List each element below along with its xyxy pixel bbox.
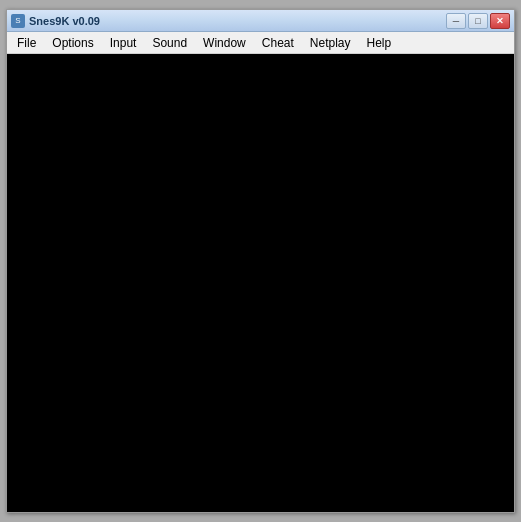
window-icon-label: S (15, 16, 20, 25)
title-bar-controls: ─ □ ✕ (446, 13, 510, 29)
menu-item-window[interactable]: Window (195, 32, 254, 53)
minimize-button[interactable]: ─ (446, 13, 466, 29)
main-window: S Snes9K v0.09 ─ □ ✕ FileOptionsInputSou… (6, 9, 515, 513)
title-bar: S Snes9K v0.09 ─ □ ✕ (7, 10, 514, 32)
close-button[interactable]: ✕ (490, 13, 510, 29)
menu-item-options[interactable]: Options (44, 32, 101, 53)
menu-item-netplay[interactable]: Netplay (302, 32, 359, 53)
title-bar-left: S Snes9K v0.09 (11, 14, 100, 28)
menu-bar: FileOptionsInputSoundWindowCheatNetplayH… (7, 32, 514, 54)
menu-item-help[interactable]: Help (359, 32, 400, 53)
menu-item-cheat[interactable]: Cheat (254, 32, 302, 53)
menu-item-file[interactable]: File (9, 32, 44, 53)
window-icon: S (11, 14, 25, 28)
content-area (7, 54, 514, 512)
window-title: Snes9K v0.09 (29, 15, 100, 27)
menu-item-input[interactable]: Input (102, 32, 145, 53)
maximize-button[interactable]: □ (468, 13, 488, 29)
menu-item-sound[interactable]: Sound (144, 32, 195, 53)
